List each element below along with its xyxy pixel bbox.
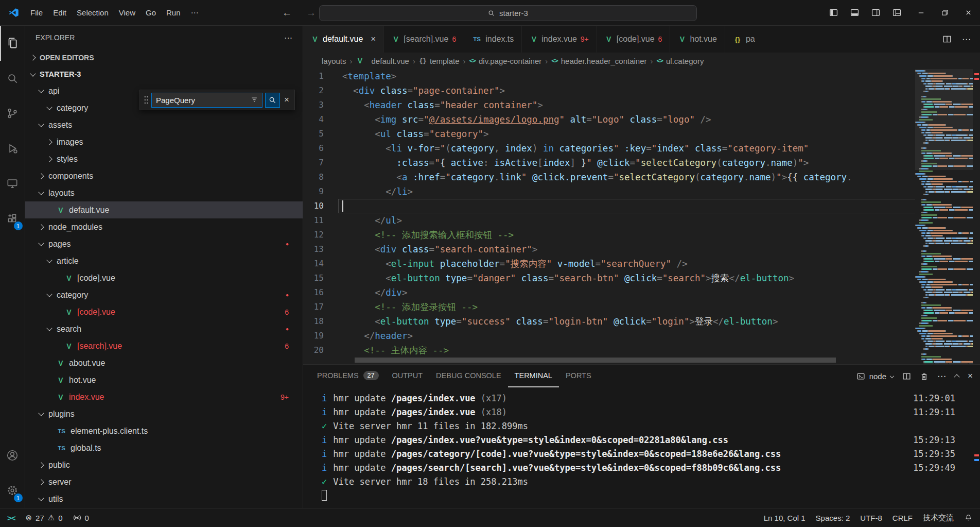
tree-item-default.vue[interactable]: Vdefault.vue	[25, 201, 303, 218]
code-line-16[interactable]: 16 </div>	[303, 285, 980, 300]
problems-status[interactable]: ⊗ 27 ⚠ 0	[21, 508, 68, 527]
editor-more-button[interactable]: ⋯	[962, 34, 971, 45]
code-line-8[interactable]: 8 <a :href="category.link" @click.preven…	[303, 170, 980, 184]
tree-item-index.vue[interactable]: Vindex.vue9+	[25, 388, 303, 405]
tree-item-category[interactable]: category●	[25, 286, 303, 303]
tree-item-layouts[interactable]: layouts	[25, 184, 303, 201]
close-panel-button[interactable]: ×	[968, 371, 973, 381]
back-button[interactable]: ←	[282, 7, 292, 19]
tree-item-pages[interactable]: pages●	[25, 235, 303, 252]
code-line-18[interactable]: 18 <el-button type="success" class="logi…	[303, 314, 980, 329]
breadcrumb-default.vue[interactable]: Vdefault.vue	[356, 57, 409, 65]
tree-item-hot.vue[interactable]: Vhot.vue	[25, 371, 303, 388]
remote-indicator[interactable]: ><	[2, 508, 21, 527]
toggle-panel-icon[interactable]	[850, 8, 860, 17]
tab-hot.vue[interactable]: Vhot.vue	[670, 26, 725, 53]
code-line-19[interactable]: 19 </header>	[303, 329, 980, 343]
status-line-col[interactable]: Ln 10, Col 1	[759, 508, 811, 527]
code-line-20[interactable]: 20 <!-- 主体内容 -->	[303, 343, 980, 358]
panel-tab-ports[interactable]: PORTS	[559, 365, 598, 387]
menu-go[interactable]: Go	[141, 8, 161, 17]
code-line-3[interactable]: 3 <header class="header_container">	[303, 98, 980, 112]
activity-search[interactable]	[0, 61, 25, 96]
breadcrumb-ul.category[interactable]: <>ul.category	[657, 57, 704, 65]
tree-item-images[interactable]: images	[25, 133, 303, 150]
code-line-1[interactable]: 1<template>	[303, 69, 980, 83]
tree-item-about.vue[interactable]: Vabout.vue	[25, 354, 303, 371]
drag-grip-icon[interactable]	[144, 95, 149, 105]
status-indentation[interactable]: Spaces: 2	[811, 508, 855, 527]
code-line-7[interactable]: 7 :class="{ active: isActive[index] }" @…	[303, 156, 980, 170]
toggle-sidebar-icon[interactable]	[829, 8, 838, 17]
activity-run-debug[interactable]	[0, 131, 25, 166]
notifications-bell[interactable]	[959, 508, 980, 527]
tab-index.ts[interactable]: TSindex.ts	[464, 26, 522, 53]
tree-filter-input[interactable]: PageQuery	[151, 93, 262, 108]
breadcrumb-header.header_container[interactable]: <>header.header_container	[551, 57, 646, 65]
code-line-6[interactable]: 6 <li v-for="(category, index) in catego…	[303, 141, 980, 156]
code-line-17[interactable]: 17 <!-- 添加登录按钮 -->	[303, 300, 980, 314]
tree-item-utils[interactable]: utils	[25, 490, 303, 507]
terminal[interactable]: ihmr update /pages/index.vue (x17)11:29:…	[303, 387, 980, 508]
activity-settings[interactable]: 1	[0, 473, 25, 508]
tree-item-search[interactable]: search●	[25, 320, 303, 337]
explorer-more-button[interactable]: ⋯	[284, 33, 292, 43]
tab-index.vue[interactable]: Vindex.vue9+	[522, 26, 597, 53]
menu-edit[interactable]: Edit	[48, 8, 72, 17]
tab-default.vue[interactable]: Vdefault.vue×	[303, 26, 384, 53]
customize-layout-icon[interactable]	[892, 8, 902, 17]
status-encoding[interactable]: UTF-8	[855, 508, 887, 527]
activity-source-control[interactable]	[0, 96, 25, 131]
tree-item-element-plus.client.ts[interactable]: TSelement-plus.client.ts	[25, 422, 303, 439]
minimize-button[interactable]	[909, 0, 933, 25]
minimap[interactable]	[915, 69, 973, 364]
split-editor-icon[interactable]	[942, 35, 952, 44]
menu-view[interactable]: View	[114, 8, 141, 17]
tab-[code].vue[interactable]: V[code].vue6	[597, 26, 671, 53]
activity-explorer[interactable]	[0, 26, 25, 61]
menu-selection[interactable]: Selection	[72, 8, 114, 17]
tree-item-article[interactable]: article	[25, 252, 303, 269]
tree-item-plugins[interactable]: plugins	[25, 405, 303, 422]
code-line-10[interactable]: 10	[303, 199, 980, 213]
menu-run[interactable]: Run	[161, 8, 186, 17]
horizontal-scrollbar[interactable]	[355, 358, 836, 363]
status-eol[interactable]: CRLF	[887, 508, 918, 527]
tree-item-global.ts[interactable]: TSglobal.ts	[25, 439, 303, 456]
code-line-15[interactable]: 15 <el-button type="danger" class="searc…	[303, 271, 980, 285]
menubar-more-button[interactable]: ⋯	[186, 8, 204, 18]
tree-item-[code].vue[interactable]: V[code].vue	[25, 269, 303, 286]
activity-remote-explorer[interactable]	[0, 166, 25, 201]
restore-button[interactable]	[933, 0, 956, 25]
terminal-tab[interactable]: node	[856, 372, 894, 381]
tree-item-[search].vue[interactable]: V[search].vue6	[25, 337, 303, 354]
tab-[search].vue[interactable]: V[search].vue6	[384, 26, 464, 53]
tree-item-styles[interactable]: styles	[25, 150, 303, 167]
panel-more-button[interactable]: ⋯	[937, 371, 946, 382]
panel-tab-output[interactable]: OUTPUT	[386, 365, 430, 387]
code-line-9[interactable]: 9 </li>	[303, 184, 980, 199]
kill-terminal-icon[interactable]	[920, 372, 929, 381]
filter-close-button[interactable]: ×	[283, 95, 291, 105]
command-center-search[interactable]: starter-3	[319, 5, 697, 21]
toggle-secondary-sidebar-icon[interactable]	[871, 8, 881, 17]
panel-tab-debug-console[interactable]: DEBUG CONSOLE	[429, 365, 508, 387]
menu-file[interactable]: File	[25, 8, 48, 17]
panel-tab-problems[interactable]: PROBLEMS27	[310, 365, 386, 387]
tree-item-assets[interactable]: assets	[25, 116, 303, 133]
code-line-13[interactable]: 13 <div class="search-container">	[303, 242, 980, 257]
code-line-2[interactable]: 2 <div class="page-container">	[303, 83, 980, 98]
close-icon[interactable]: ×	[371, 34, 376, 44]
code-line-14[interactable]: 14 <el-input placeholder="搜索内容" v-model=…	[303, 257, 980, 271]
tree-item-server[interactable]: server	[25, 473, 303, 490]
activity-extensions[interactable]: 1	[0, 201, 25, 236]
breadcrumb-layouts[interactable]: layouts	[322, 57, 346, 65]
code-line-11[interactable]: 11 </ul>	[303, 213, 980, 228]
tree-item-components[interactable]: components	[25, 167, 303, 184]
filter-toggle-button[interactable]	[265, 93, 280, 108]
tree-item-public[interactable]: public	[25, 456, 303, 473]
tree-item-node_modules[interactable]: node_modules	[25, 218, 303, 235]
minimap-slider[interactable]	[915, 69, 973, 170]
code-line-4[interactable]: 4 <img src="@/assets/images/logo.png" al…	[303, 112, 980, 127]
editor[interactable]: 1<template>2 <div class="page-container"…	[303, 69, 980, 364]
